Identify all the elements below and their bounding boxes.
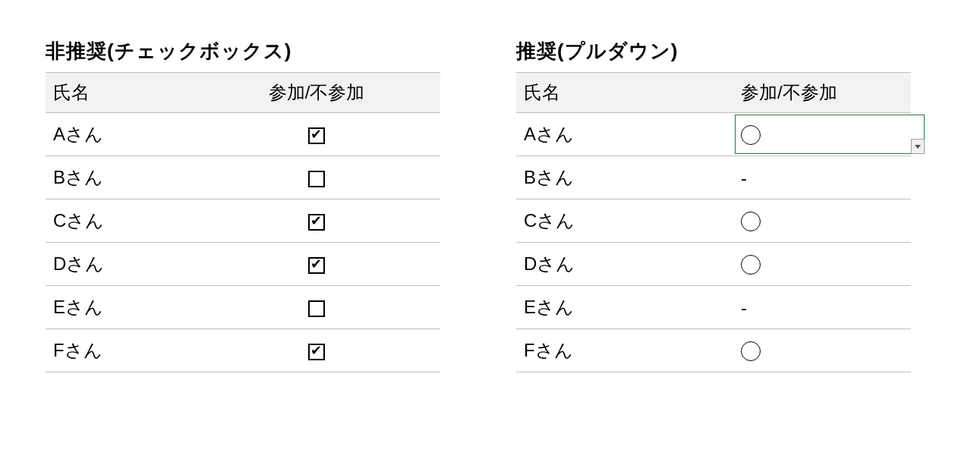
checkbox-icon[interactable] (308, 214, 325, 231)
cell-name: Aさん (516, 113, 733, 156)
table-row: Cさん (516, 200, 911, 243)
cell-name: Dさん (516, 243, 733, 286)
cell-pulldown[interactable]: - (733, 156, 911, 200)
cell-pulldown[interactable]: - (733, 286, 911, 329)
cell-name: Cさん (516, 200, 733, 243)
checkbox-icon[interactable] (308, 127, 325, 144)
cell-pulldown[interactable] (733, 329, 911, 372)
header-name-right: 氏名 (516, 73, 733, 113)
table-row: Dさん (46, 243, 440, 286)
section-title-right: 推奨(プルダウン) (516, 38, 911, 64)
dash-icon: - (741, 168, 747, 189)
selected-cell-outline (735, 115, 925, 154)
cell-status (193, 113, 440, 156)
cell-pulldown[interactable] (733, 113, 911, 156)
cell-status (193, 156, 440, 200)
cell-name: Eさん (46, 286, 193, 329)
checkbox-icon[interactable] (308, 171, 325, 187)
cell-name: Fさん (516, 329, 733, 372)
cell-status (193, 329, 440, 372)
cell-name: Bさん (516, 156, 733, 200)
table-row: Bさん (46, 156, 440, 200)
cell-status (193, 200, 440, 243)
chevron-down-icon (915, 145, 921, 149)
table-row: Fさん (516, 329, 911, 372)
table-row: Cさん (46, 200, 440, 243)
table-row: Bさん - (516, 156, 911, 200)
cell-pulldown[interactable] (733, 243, 911, 286)
circle-icon (741, 212, 761, 231)
section-title-left: 非推奨(チェックボックス) (46, 38, 440, 64)
table-row: Eさん (46, 286, 440, 329)
section-recommended: 推奨(プルダウン) 氏名 参加/不参加 Aさん (516, 38, 911, 372)
cell-name: Dさん (46, 243, 193, 286)
table-row: Eさん - (516, 286, 911, 329)
table-row: Aさん (516, 113, 911, 156)
table-row: Fさん (46, 329, 440, 372)
circle-icon (741, 341, 761, 361)
header-status-left: 参加/不参加 (193, 73, 440, 113)
cell-pulldown[interactable] (733, 200, 911, 243)
header-status-right: 参加/不参加 (733, 73, 911, 113)
cell-status (193, 243, 440, 286)
section-not-recommended: 非推奨(チェックボックス) 氏名 参加/不参加 Aさん Bさん (46, 38, 440, 372)
dash-icon: - (741, 297, 747, 319)
checkbox-icon[interactable] (308, 344, 325, 360)
header-name-left: 氏名 (46, 73, 193, 113)
table-checkbox: 氏名 参加/不参加 Aさん Bさん Cさん (46, 72, 440, 372)
table-pulldown: 氏名 参加/不参加 Aさん Bさん (516, 72, 911, 372)
circle-icon (741, 255, 761, 275)
cell-name: Aさん (46, 113, 193, 156)
cell-name: Bさん (46, 156, 193, 200)
table-row: Aさん (46, 113, 440, 156)
cell-name: Cさん (46, 200, 193, 243)
checkbox-icon[interactable] (308, 257, 325, 274)
circle-icon (741, 125, 761, 145)
table-row: Dさん (516, 243, 911, 286)
cell-status (193, 286, 440, 329)
cell-name: Eさん (516, 286, 733, 329)
checkbox-icon[interactable] (308, 300, 325, 317)
dropdown-button[interactable] (911, 139, 925, 154)
cell-name: Fさん (46, 329, 193, 372)
